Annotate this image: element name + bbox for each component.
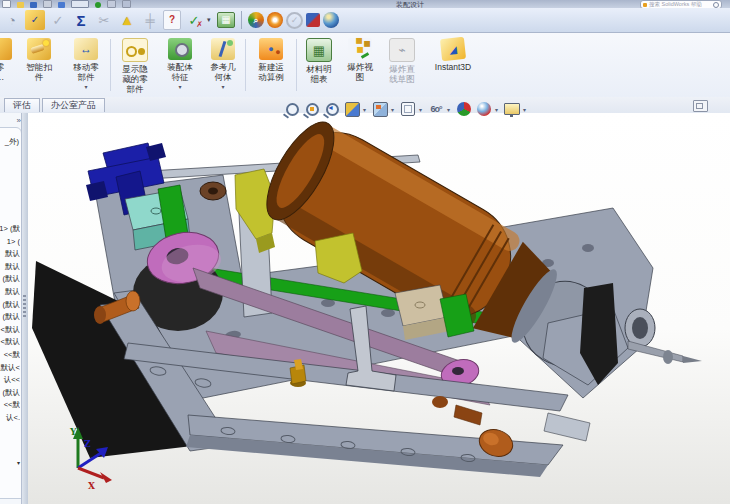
previous-view-icon[interactable] xyxy=(323,100,341,118)
zoom-area-icon[interactable] xyxy=(303,100,321,118)
apply-scene-icon[interactable] xyxy=(475,100,493,118)
show-hidden-components-icon xyxy=(122,38,148,62)
chevron-down-icon: ▾ xyxy=(178,83,181,90)
search-icon[interactable] xyxy=(713,2,719,8)
scroll-down-icon[interactable]: ▾ xyxy=(17,459,20,466)
edrawings-icon[interactable] xyxy=(323,12,339,28)
tree-item[interactable]: 认<< xyxy=(0,374,20,387)
feature-tree-items: 1> (默 1> ( 默认 默认 (默认 默认 (默认 (默认 <默认 <默认 … xyxy=(0,223,20,425)
toolbar-separator xyxy=(241,11,242,29)
tab-evaluate[interactable]: 评估 xyxy=(4,98,40,112)
command-manager-ribbon: 零 … 智能扣 件 移动零 部件 ▾ 显示隐 藏的零 部件 装配体 特征 ▾ 参… xyxy=(0,33,730,98)
dropdown-caret-icon[interactable]: ▾ xyxy=(207,16,214,24)
ribbon-button-new-motion-study[interactable]: 新建运 动算例 xyxy=(248,35,294,95)
tree-item[interactable]: (默认 xyxy=(0,299,20,312)
quick-access-toolbar xyxy=(2,1,131,8)
tree-item[interactable]: 默认 xyxy=(0,248,20,261)
ribbon-button-assembly-features[interactable]: 装配体 特征 ▾ xyxy=(159,35,201,95)
section-view-icon[interactable] xyxy=(343,100,361,118)
tree-item[interactable]: 认<. xyxy=(0,412,20,425)
design-binder-icon[interactable]: ✓ xyxy=(25,10,45,30)
solidworks-window: { "window": { "title": "装配设计", "search_p… xyxy=(0,0,730,504)
chevron-down-icon[interactable]: ▾ xyxy=(447,106,453,113)
chevron-down-icon: ▾ xyxy=(84,83,87,90)
ribbon-button-bill-of-materials[interactable]: 材料明 细表 xyxy=(299,35,339,95)
tree-item[interactable]: (默认 xyxy=(0,273,20,286)
tree-item[interactable]: <默认 xyxy=(0,324,20,337)
compare-icon[interactable] xyxy=(306,13,320,27)
search-placeholder: 搜索 SolidWorks 帮助 xyxy=(649,1,702,8)
equations-icon[interactable]: Σ xyxy=(71,10,91,30)
tree-item[interactable]: (默认 xyxy=(0,387,20,400)
tab-office-products[interactable]: 办公室产品 xyxy=(42,98,105,112)
tree-item[interactable]: <<默 xyxy=(0,349,20,362)
panel-splitter[interactable] xyxy=(21,113,28,504)
reference-geometry-icon xyxy=(211,38,235,60)
tree-item[interactable]: 默认< xyxy=(0,362,20,375)
assembly-root-item[interactable]: _外) xyxy=(5,137,19,147)
bearing-ring[interactable] xyxy=(200,182,226,200)
simulation-icon[interactable] xyxy=(267,12,283,28)
chevron-down-icon[interactable]: ▾ xyxy=(419,106,425,113)
check-circle-icon[interactable]: ✓ xyxy=(286,12,303,29)
tree-item[interactable]: 1> (默 xyxy=(0,223,20,236)
motion-study-icon xyxy=(259,38,283,60)
chevron-down-icon[interactable]: ▾ xyxy=(523,106,529,113)
end-bracket[interactable] xyxy=(544,413,590,441)
chevron-down-icon[interactable]: ▾ xyxy=(391,106,397,113)
ribbon-button-instant3d[interactable]: Instant3D xyxy=(425,35,481,95)
print-icon[interactable] xyxy=(43,0,52,8)
exploded-view-icon xyxy=(348,38,372,60)
options-icon[interactable] xyxy=(122,0,131,8)
display-pane-toggle-icon[interactable] xyxy=(693,100,708,112)
chevron-down-icon: ▾ xyxy=(221,83,224,90)
feature-manager-panel: » _外) ▲ 1> (默 1> ( 默认 默认 (默认 默认 (默认 (默认 … xyxy=(0,113,28,504)
ribbon-button-cut[interactable]: 零 … xyxy=(0,35,14,95)
zoom-fit-icon[interactable] xyxy=(283,100,301,118)
measure-icon[interactable]: ✂ xyxy=(94,10,114,30)
assembly-xpert-icon[interactable]: ? xyxy=(163,10,181,30)
view-settings-icon[interactable] xyxy=(503,100,521,118)
tree-item[interactable]: 默认 xyxy=(0,286,20,299)
drill-tip[interactable] xyxy=(683,356,702,363)
ribbon-separator xyxy=(245,39,246,91)
interference-detection-icon[interactable]: ▲ xyxy=(117,10,137,30)
align-icon[interactable]: ╪ xyxy=(140,10,160,30)
ribbon-button-reference-geometry[interactable]: 参考几 何体 ▾ xyxy=(203,35,243,95)
display-style-icon[interactable] xyxy=(399,100,417,118)
tree-item[interactable]: <<默 xyxy=(0,399,20,412)
instant3d-icon xyxy=(440,37,466,61)
ribbon-button-move-component[interactable]: 移动零 部件 ▾ xyxy=(64,35,108,95)
ribbon-button-explode-line-sketch[interactable]: 爆炸直 线草图 xyxy=(381,35,423,95)
select-check-icon[interactable]: ✓ xyxy=(48,10,68,30)
clearance-verification-icon[interactable]: ✓✗ xyxy=(184,10,204,30)
view-orientation-icon[interactable] xyxy=(371,100,389,118)
graphics-viewport[interactable]: Y Z X xyxy=(28,113,730,504)
file-properties-icon[interactable] xyxy=(107,0,116,8)
bom-table-icon[interactable]: ▦ xyxy=(217,12,235,28)
help-flag-icon xyxy=(643,3,647,7)
new-file-icon[interactable] xyxy=(2,0,11,8)
assembly-toolbar: ◔ ✓ ✓ Σ ✂ ▲ ╪ ? ✓✗ ▾ ▦ ⌕ ✓ xyxy=(0,8,730,33)
ribbon-separator xyxy=(296,39,297,91)
hide-show-items-icon[interactable]: 6ο° xyxy=(427,100,445,118)
tree-item[interactable]: (默认 xyxy=(0,311,20,324)
chevron-down-icon[interactable]: ▾ xyxy=(363,106,369,113)
select-tool-icon[interactable] xyxy=(71,0,89,8)
edit-appearance-icon[interactable] xyxy=(455,100,473,118)
tree-item[interactable]: 1> ( xyxy=(0,236,20,249)
heads-up-view-toolbar: ▾ ▾ ▾ 6ο° ▾ ▾ ▾ xyxy=(283,99,529,119)
ribbon-button-smart-fasteners[interactable]: 智能扣 件 xyxy=(16,35,62,95)
assembly-features-icon xyxy=(168,38,192,60)
chevron-down-icon[interactable]: ▾ xyxy=(495,106,501,113)
assembly-model[interactable]: Y Z X xyxy=(28,113,730,504)
history-icon[interactable]: ◔ xyxy=(2,10,22,30)
ribbon-button-show-hidden[interactable]: 显示隐 藏的零 部件 xyxy=(113,35,157,95)
component-icon xyxy=(0,38,12,60)
ribbon-button-exploded-view[interactable]: 爆炸视 图 xyxy=(341,35,379,95)
visualization-icon[interactable]: ⌕ xyxy=(248,12,264,28)
tree-item[interactable]: <默认 xyxy=(0,336,20,349)
y-axis-label: Y xyxy=(69,427,77,437)
x-axis-label: X xyxy=(88,481,95,491)
tree-item[interactable]: 默认 xyxy=(0,261,20,274)
